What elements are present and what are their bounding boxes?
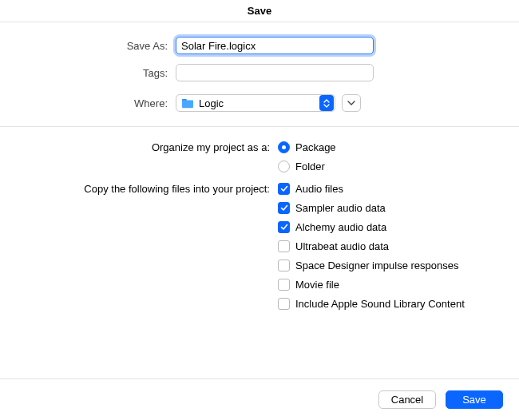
copy-option-label: Include Apple Sound Library Content (295, 298, 465, 310)
window-titlebar: Save (0, 0, 519, 22)
save-button-label: Save (462, 394, 486, 406)
save-button[interactable]: Save (446, 390, 503, 409)
copy-option-label: Sampler audio data (295, 202, 386, 214)
copy-checkbox-alchemy[interactable] (278, 221, 290, 233)
copy-label: Copy the following files into your proje… (16, 183, 278, 195)
organize-radio-folder[interactable] (278, 160, 290, 172)
where-label: Where: (16, 97, 176, 109)
copy-row-2: Alchemy audio data (16, 221, 503, 233)
copy-row-0: Copy the following files into your proje… (16, 183, 503, 195)
dialog-content: Save As: Tags: Where: Logic (0, 22, 519, 310)
copy-option-label: Space Designer impulse responses (295, 260, 459, 271)
copy-checkbox-space-designer[interactable] (278, 260, 290, 271)
tags-input[interactable] (176, 64, 374, 81)
save-as-label: Save As: (16, 40, 176, 52)
where-value: Logic (199, 97, 319, 109)
copy-row-4: Space Designer impulse responses (16, 260, 503, 271)
save-as-row: Save As: (16, 37, 503, 54)
organize-option-label: Folder (295, 160, 325, 172)
where-select[interactable]: Logic (176, 94, 335, 112)
copy-checkbox-sampler[interactable] (278, 202, 290, 214)
copy-option-label: Ultrabeat audio data (295, 240, 389, 252)
organize-radio-package[interactable] (278, 141, 290, 153)
updown-icon (319, 95, 334, 111)
save-as-input[interactable] (176, 37, 374, 54)
cancel-button-label: Cancel (391, 394, 423, 406)
copy-row-3: Ultrabeat audio data (16, 240, 503, 252)
organize-row-0: Organize my project as a: Package (16, 141, 503, 153)
dialog-footer: Cancel Save (0, 378, 519, 420)
tags-row: Tags: (16, 64, 503, 81)
copy-option-label: Audio files (295, 183, 343, 195)
window-title: Save (248, 5, 271, 17)
folder-icon (181, 98, 194, 109)
copy-row-5: Movie file (16, 279, 503, 291)
cancel-button[interactable]: Cancel (378, 390, 436, 409)
copy-checkbox-apple-sound-library[interactable] (278, 298, 290, 310)
expand-button[interactable] (342, 94, 361, 112)
copy-row-6: Include Apple Sound Library Content (16, 298, 503, 310)
tags-label: Tags: (16, 67, 176, 79)
copy-option-label: Alchemy audio data (295, 221, 386, 233)
divider (0, 126, 519, 127)
where-row: Where: Logic (16, 94, 503, 112)
copy-checkbox-ultrabeat[interactable] (278, 240, 290, 252)
copy-option-label: Movie file (295, 279, 339, 291)
organize-label: Organize my project as a: (16, 141, 278, 153)
organize-option-label: Package (295, 141, 336, 153)
organize-row-1: Folder (16, 160, 503, 172)
copy-checkbox-movie-file[interactable] (278, 279, 290, 291)
copy-checkbox-audio-files[interactable] (278, 183, 290, 195)
copy-row-1: Sampler audio data (16, 202, 503, 214)
chevron-down-icon (347, 101, 355, 105)
